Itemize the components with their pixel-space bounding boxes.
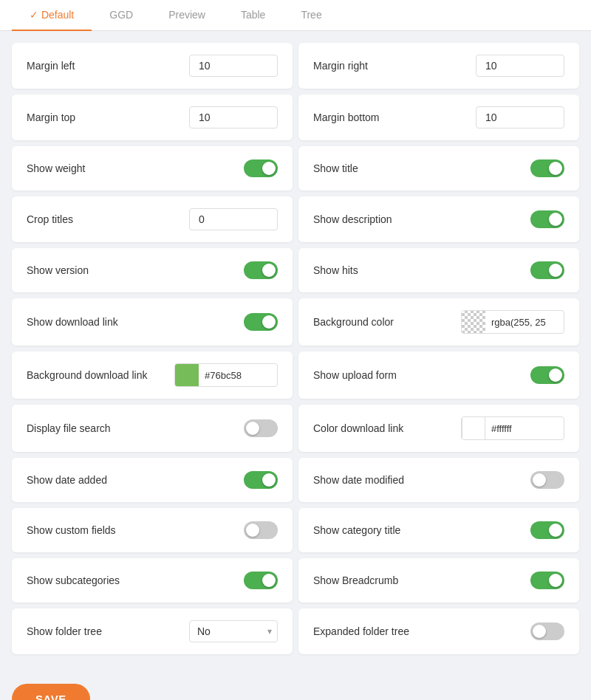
- number-input-margin-bottom[interactable]: [476, 106, 564, 128]
- toggle-show-date-modified[interactable]: [530, 471, 564, 489]
- card-label: Show title: [313, 162, 358, 174]
- card-label: Show description: [313, 213, 392, 225]
- card-label: Show date added: [27, 474, 107, 486]
- number-input-margin-left[interactable]: [189, 55, 278, 77]
- settings-card: Background colorrgba(255, 25: [298, 298, 579, 346]
- settings-card: Margin bottom: [298, 95, 579, 140]
- card-label: Margin right: [313, 60, 368, 72]
- settings-card: Display file search: [12, 405, 293, 452]
- card-label: Show upload form: [313, 369, 397, 381]
- settings-card: Show weight: [12, 146, 293, 191]
- settings-card: Show description: [298, 196, 579, 242]
- toggle-show-version[interactable]: [244, 261, 278, 279]
- settings-card: Show title: [298, 146, 579, 191]
- card-label: Show subcategories: [27, 574, 120, 586]
- card-label: Crop titles: [27, 213, 73, 225]
- card-label: Expanded folder tree: [313, 625, 409, 637]
- settings-card: Show subcategories: [12, 558, 293, 603]
- save-button[interactable]: SAVE: [12, 684, 90, 700]
- card-label: Color download link: [313, 422, 403, 434]
- settings-card: Show date added: [12, 458, 293, 502]
- select-show-folder-tree[interactable]: NoYes▾: [189, 620, 278, 642]
- settings-card: Margin right: [298, 43, 579, 89]
- toggle-show-date-added[interactable]: [244, 471, 278, 489]
- settings-card: Show category title: [298, 508, 579, 552]
- toggle-show-weight[interactable]: [244, 159, 278, 177]
- card-label: Show folder tree: [27, 625, 102, 637]
- card-label: Show category title: [313, 524, 400, 536]
- card-label: Show version: [27, 264, 89, 276]
- card-label: Show custom fields: [27, 524, 116, 536]
- color-field-background-color[interactable]: rgba(255, 25: [461, 310, 564, 334]
- toggle-expanded-folder-tree[interactable]: [530, 622, 564, 640]
- settings-card: Color download link#ffffff: [298, 405, 579, 452]
- toggle-show-upload-form[interactable]: [530, 366, 564, 384]
- card-label: Show download link: [27, 316, 118, 328]
- tab-default[interactable]: ✓ Default: [12, 0, 92, 31]
- number-input-crop-titles[interactable]: [189, 208, 278, 230]
- card-label: Margin bottom: [313, 111, 379, 123]
- settings-card: Background download link#76bc58: [12, 351, 293, 399]
- settings-card: Show folder treeNoYes▾: [12, 608, 293, 654]
- number-input-margin-right[interactable]: [476, 55, 564, 77]
- color-field-color-download-link[interactable]: #ffffff: [461, 416, 564, 440]
- tab-table[interactable]: Table: [223, 0, 283, 31]
- settings-card: Margin left: [12, 43, 293, 89]
- toggle-show-hits[interactable]: [530, 261, 564, 279]
- settings-card: Show date modified: [298, 458, 579, 502]
- card-label: Show Breadcrumb: [313, 574, 398, 586]
- toggle-show-description[interactable]: [530, 210, 564, 228]
- toggle-show-subcategories[interactable]: [244, 572, 278, 589]
- toggle-show-download-link[interactable]: [244, 313, 278, 331]
- settings-card: Show download link: [12, 298, 293, 346]
- settings-card: Margin top: [12, 95, 293, 140]
- toggle-show-title[interactable]: [530, 159, 564, 177]
- settings-card: Expanded folder tree: [298, 608, 579, 654]
- tab-tree[interactable]: Tree: [283, 0, 339, 31]
- toggle-show-category-title[interactable]: [530, 521, 564, 539]
- tab-ggd[interactable]: GGD: [92, 0, 151, 31]
- settings-card: Show Breadcrumb: [298, 558, 579, 603]
- card-label: Show date modified: [313, 474, 404, 486]
- settings-content: Margin leftMargin rightMargin topMargin …: [0, 31, 591, 666]
- card-label: Background download link: [27, 369, 147, 381]
- card-label: Margin left: [27, 60, 75, 72]
- toggle-display-file-search[interactable]: [244, 419, 278, 437]
- card-label: Show weight: [27, 162, 85, 174]
- card-label: Show hits: [313, 264, 358, 276]
- tab-bar: ✓ DefaultGGDPreviewTableTree: [0, 0, 591, 31]
- number-input-margin-top[interactable]: [189, 106, 278, 128]
- tab-preview[interactable]: Preview: [151, 0, 223, 31]
- settings-card: Show upload form: [298, 351, 579, 399]
- settings-card: Show hits: [298, 248, 579, 292]
- settings-card: Show custom fields: [12, 508, 293, 552]
- settings-grid: Margin leftMargin rightMargin topMargin …: [12, 43, 579, 654]
- settings-card: Show version: [12, 248, 293, 292]
- toggle-show-custom-fields[interactable]: [244, 521, 278, 539]
- toggle-show-breadcrumb[interactable]: [530, 572, 564, 589]
- color-field-background-download-link[interactable]: #76bc58: [174, 363, 278, 387]
- settings-card: Crop titles: [12, 196, 293, 242]
- bottom-bar: SAVE: [0, 666, 591, 700]
- card-label: Margin top: [27, 111, 75, 123]
- card-label: Background color: [313, 316, 394, 328]
- card-label: Display file search: [27, 422, 111, 434]
